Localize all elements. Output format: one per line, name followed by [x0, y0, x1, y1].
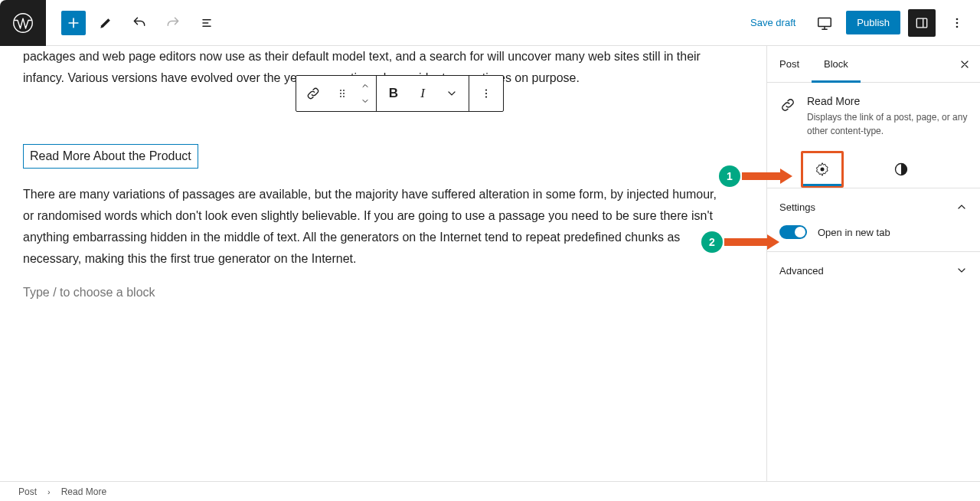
list-icon [199, 15, 214, 31]
advanced-section-toggle[interactable]: Advanced [779, 264, 968, 277]
link-icon [305, 86, 321, 101]
close-icon [959, 58, 971, 70]
block-name: Read More [807, 95, 968, 107]
drag-handle[interactable] [330, 76, 354, 111]
tab-post[interactable]: Post [767, 46, 812, 82]
gear-icon [815, 162, 830, 177]
italic-button[interactable]: I [410, 76, 435, 111]
redo-button [159, 9, 187, 37]
sidebar-icon [914, 15, 929, 31]
svg-point-7 [343, 90, 345, 91]
publish-button[interactable]: Publish [846, 11, 900, 34]
redo-icon [165, 15, 181, 31]
top-toolbar: Save draft Publish [0, 0, 980, 46]
annotation-marker-1: 1 [719, 165, 740, 187]
add-block-button[interactable] [61, 11, 86, 35]
svg-point-15 [821, 167, 825, 171]
svg-point-3 [956, 18, 959, 20]
svg-point-11 [343, 96, 345, 97]
more-rich-text-button[interactable] [435, 76, 469, 111]
block-toolbar: B I [296, 75, 504, 112]
document-overview-button[interactable] [193, 9, 220, 37]
chevron-up-icon [361, 81, 370, 90]
bold-button[interactable]: B [377, 76, 410, 111]
svg-point-0 [14, 13, 33, 32]
paragraph-block[interactable]: There are many variations of passages ar… [23, 184, 727, 270]
svg-point-12 [485, 89, 487, 90]
more-options-button[interactable] [943, 9, 971, 37]
chevron-down-icon [446, 87, 458, 100]
breadcrumb-current[interactable]: Read More [61, 486, 106, 497]
drag-icon [336, 87, 348, 100]
advanced-section: Advanced [767, 252, 980, 289]
svg-point-9 [343, 93, 345, 94]
annotation-2: 2 [701, 231, 779, 253]
editor-canvas[interactable]: packages and web page editors now use as… [0, 46, 766, 481]
settings-sidebar-toggle[interactable] [908, 9, 936, 37]
chevron-down-icon [956, 264, 968, 277]
edit-tools-button[interactable] [92, 9, 119, 37]
svg-point-13 [485, 93, 487, 94]
read-more-icon [779, 97, 796, 116]
chevron-up-icon [956, 201, 968, 213]
svg-rect-1 [818, 18, 831, 26]
block-type-button[interactable] [296, 76, 330, 111]
kebab-icon [949, 15, 965, 31]
svg-rect-2 [916, 18, 926, 28]
desktop-icon [816, 15, 833, 31]
tab-block[interactable]: Block [812, 46, 861, 82]
open-new-tab-toggle[interactable] [779, 225, 807, 239]
settings-section: Settings Open in new tab [767, 188, 980, 252]
annotation-1: 1 [719, 165, 792, 187]
block-description: Displays the link of a post, page, or an… [807, 110, 968, 138]
move-up-button[interactable] [361, 78, 370, 93]
svg-point-14 [485, 96, 487, 97]
wordpress-logo[interactable] [0, 0, 46, 46]
block-sub-tabs [767, 150, 980, 188]
preview-button[interactable] [811, 9, 838, 37]
chevron-down-icon [361, 97, 370, 106]
svg-point-8 [340, 93, 341, 94]
breadcrumb-root[interactable]: Post [18, 486, 37, 497]
annotation-marker-2: 2 [701, 231, 723, 253]
new-block-placeholder[interactable]: Type / to choose a block [23, 282, 727, 303]
breadcrumb-separator: › [47, 487, 51, 496]
open-new-tab-label: Open in new tab [818, 227, 890, 238]
undo-button[interactable] [126, 9, 153, 37]
move-down-button[interactable] [361, 93, 370, 109]
undo-icon [132, 15, 147, 31]
kebab-icon [479, 87, 493, 100]
read-more-block[interactable]: Read More About the Product [23, 144, 198, 169]
svg-point-10 [340, 96, 341, 97]
breadcrumb: Post › Read More [0, 481, 980, 501]
sidebar-tabs: Post Block [767, 46, 980, 83]
block-info: Read More Displays the link of a post, p… [767, 83, 980, 150]
close-sidebar-button[interactable] [949, 46, 980, 82]
advanced-section-title: Advanced [779, 265, 824, 277]
styles-tab[interactable] [882, 150, 920, 188]
block-options-button[interactable] [469, 76, 503, 111]
save-draft-link[interactable]: Save draft [743, 12, 803, 33]
settings-section-title: Settings [779, 201, 815, 213]
plus-icon [66, 15, 81, 31]
settings-sidebar: Post Block Read More Displays the link o… [766, 46, 980, 481]
svg-point-5 [956, 25, 959, 28]
svg-point-4 [956, 21, 959, 24]
svg-point-6 [340, 90, 341, 91]
settings-tab[interactable] [801, 151, 844, 188]
settings-section-toggle[interactable]: Settings [779, 201, 968, 213]
contrast-icon [893, 162, 909, 177]
pencil-icon [98, 15, 113, 31]
